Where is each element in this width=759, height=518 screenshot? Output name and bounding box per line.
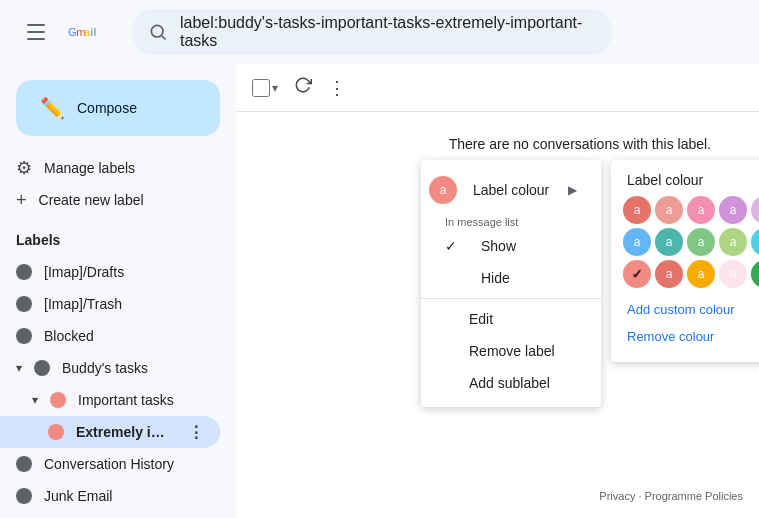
manage-labels-button[interactable]: ⚙ Manage labels	[0, 152, 236, 184]
compose-button[interactable]: ✏️ Compose	[16, 80, 220, 136]
color-option-peacock[interactable]: a	[623, 228, 651, 256]
chevron-down-icon: ▾	[32, 393, 38, 407]
label-colour-menu-item[interactable]: a Label colour ▶	[421, 168, 601, 212]
select-chevron-icon[interactable]: ▾	[272, 81, 278, 95]
sidebar-item-label: Blocked	[44, 328, 204, 344]
refresh-icon[interactable]	[294, 76, 312, 99]
svg-text:i: i	[91, 26, 94, 38]
label-colour-circle: a	[429, 176, 457, 204]
add-sublabel-text: Add sublabel	[469, 375, 550, 391]
footer-separator: · Programme Policies	[638, 490, 743, 502]
create-new-label-button[interactable]: + Create new label	[0, 184, 236, 216]
add-sublabel-menu-item[interactable]: Add sublabel	[421, 367, 601, 399]
toolbar: ▾ ⋮	[236, 64, 759, 112]
label-colour-text: Label colour	[473, 182, 552, 198]
edit-label: Edit	[469, 311, 493, 327]
sidebar-item-extremely-imp[interactable]: Extremely imp... ⋮	[0, 416, 220, 448]
select-all-checkbox[interactable]	[252, 79, 270, 97]
create-new-label-text: Create new label	[39, 192, 144, 208]
label-dot	[16, 296, 32, 312]
main-content: ▾ ⋮ There are no conversations with this…	[236, 64, 759, 518]
sidebar-item-imap-trash[interactable]: [Imap]/Trash	[0, 288, 220, 320]
hamburger-icon	[27, 24, 45, 40]
gear-icon: ⚙	[16, 157, 32, 179]
sidebar-item-more[interactable]: ▾ More	[0, 512, 220, 518]
svg-line-6	[162, 36, 166, 40]
color-option-teal[interactable]: a	[687, 260, 715, 288]
color-option-graphite[interactable]: a	[751, 228, 759, 256]
more-options-icon[interactable]: ⋮	[328, 77, 346, 99]
remove-colour-link[interactable]: Remove colour	[623, 323, 759, 350]
sidebar-item-blocked[interactable]: Blocked	[0, 320, 220, 352]
compose-label: Compose	[77, 100, 137, 116]
check-icon: ✓	[445, 238, 465, 254]
color-submenu-title: Label colour	[623, 172, 759, 196]
color-option-green[interactable]: a	[751, 260, 759, 288]
hide-label: Hide	[481, 270, 510, 286]
sidebar-item-label: Conversation History	[44, 456, 204, 472]
sidebar-item-buddys-tasks[interactable]: ▾ Buddy's tasks	[0, 352, 220, 384]
color-option-cyan[interactable]: a	[719, 260, 747, 288]
hamburger-button[interactable]	[16, 12, 56, 52]
gmail-logo-svg: G m a i l	[68, 18, 108, 46]
label-dot	[16, 328, 32, 344]
add-custom-colour-link[interactable]: Add custom colour	[623, 296, 759, 323]
sidebar-item-label: [Imap]/Drafts	[44, 264, 204, 280]
sidebar-item-junk-email[interactable]: Junk Email	[0, 480, 220, 512]
color-option-grape[interactable]: a	[719, 228, 747, 256]
sidebar-item-label: [Imap]/Trash	[44, 296, 204, 312]
color-option-tomato[interactable]: a	[623, 196, 651, 224]
privacy-link[interactable]: Privacy	[599, 490, 635, 502]
context-menu: a Label colour ▶ In message list ✓ Show …	[421, 160, 601, 407]
gmail-logo: G m a i l	[68, 18, 108, 46]
svg-text:a: a	[84, 26, 91, 38]
color-option-lavender[interactable]: a	[687, 228, 715, 256]
remove-label-text: Remove label	[469, 343, 555, 359]
sidebar-item-conversation-history[interactable]: Conversation History	[0, 448, 220, 480]
svg-text:l: l	[94, 26, 97, 38]
sidebar-item-label: Important tasks	[78, 392, 204, 408]
sidebar-item-label: Junk Email	[44, 488, 204, 504]
search-value: label:buddy's-tasks-important-tasks-extr…	[180, 14, 596, 50]
color-submenu: Label colour a a a a a a a a a a a	[611, 160, 759, 362]
sidebar: ✏️ Compose ⚙ Manage labels + Create new …	[0, 64, 236, 518]
edit-menu-item[interactable]: Edit	[421, 303, 601, 335]
compose-icon: ✏️	[40, 96, 65, 120]
label-dot	[16, 488, 32, 504]
search-icon	[148, 22, 168, 42]
footer: Privacy · Programme Policies	[599, 490, 743, 502]
color-option-yellow[interactable]: a	[655, 260, 683, 288]
color-grid: a a a a a a a a a a a a	[623, 196, 759, 288]
svg-text:G: G	[68, 26, 77, 38]
three-dots-icon[interactable]: ⋮	[188, 423, 204, 442]
sidebar-item-imap-drafts[interactable]: [Imap]/Drafts	[0, 256, 220, 288]
color-option-flamingo[interactable]: a	[655, 196, 683, 224]
remove-label-menu-item[interactable]: Remove label	[421, 335, 601, 367]
color-option-tangerine[interactable]: a	[687, 196, 715, 224]
labels-section-header: Labels	[0, 224, 236, 256]
arrow-right-icon: ▶	[568, 183, 577, 197]
svg-point-5	[151, 25, 163, 37]
color-row-3: ✓ a a a a a	[623, 260, 759, 288]
show-label: Show	[481, 238, 516, 254]
search-bar[interactable]: label:buddy's-tasks-important-tasks-extr…	[132, 9, 612, 55]
sidebar-item-label: Buddy's tasks	[62, 360, 204, 376]
label-dot	[48, 424, 64, 440]
color-option-orange[interactable]: ✓	[623, 260, 651, 288]
color-option-blueberry[interactable]: a	[655, 228, 683, 256]
color-row-1: a a a a a a	[623, 196, 759, 224]
label-dot	[34, 360, 50, 376]
color-option-banana[interactable]: a	[719, 196, 747, 224]
color-option-sage[interactable]: a	[751, 196, 759, 224]
in-message-list-label: In message list	[421, 212, 601, 230]
manage-labels-label: Manage labels	[44, 160, 135, 176]
label-dot	[16, 456, 32, 472]
context-menu-divider-1	[421, 298, 601, 299]
show-menu-item[interactable]: ✓ Show	[421, 230, 601, 262]
label-dot	[16, 264, 32, 280]
color-row-2: a a a a a a	[623, 228, 759, 256]
sidebar-item-important-tasks[interactable]: ▾ Important tasks	[0, 384, 220, 416]
plus-icon: +	[16, 190, 27, 211]
header: G m a i l label:buddy's-tasks-important-…	[0, 0, 759, 64]
hide-menu-item[interactable]: Hide	[421, 262, 601, 294]
